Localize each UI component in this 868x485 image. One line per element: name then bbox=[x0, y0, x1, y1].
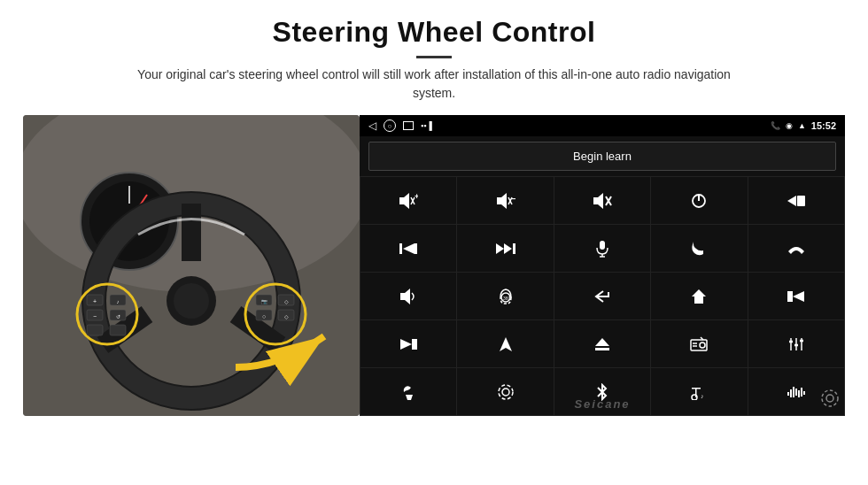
ff-skip-icon bbox=[496, 242, 515, 255]
svg-text:♪: ♪ bbox=[117, 299, 120, 304]
wifi-icon: ▲ bbox=[798, 121, 806, 130]
volume-up-button[interactable]: + bbox=[360, 177, 456, 224]
skip-back-icon bbox=[787, 289, 805, 304]
svg-rect-67 bbox=[412, 339, 415, 350]
volume-down-button[interactable]: − bbox=[457, 177, 553, 224]
home-button[interactable] bbox=[651, 273, 747, 319]
back-icon bbox=[594, 289, 610, 304]
radio-button[interactable] bbox=[651, 320, 747, 367]
steering-wheel-image: ● bbox=[23, 115, 360, 416]
svg-point-13 bbox=[174, 283, 209, 319]
begin-learn-button[interactable]: Begin learn bbox=[368, 142, 836, 171]
camera-360-icon: 360° bbox=[496, 288, 515, 305]
subtitle-text: Your original car's steering wheel contr… bbox=[124, 65, 744, 103]
music-icon: ♪ bbox=[691, 384, 707, 400]
clock-display: 15:52 bbox=[811, 120, 836, 131]
back-nav-icon[interactable]: ◁ bbox=[368, 119, 376, 132]
svg-text:−: − bbox=[93, 313, 97, 319]
phone-answer-icon bbox=[691, 241, 707, 257]
radio-icon bbox=[690, 336, 708, 352]
svg-text:○: ○ bbox=[262, 313, 266, 319]
svg-marker-53 bbox=[496, 243, 504, 254]
title-divider bbox=[416, 56, 452, 58]
status-right: 📞 ◉ ▲ 15:52 bbox=[771, 120, 836, 131]
navigate-button[interactable] bbox=[457, 320, 553, 367]
ff-skip-button[interactable] bbox=[457, 225, 553, 272]
voice-button[interactable] bbox=[360, 368, 456, 415]
svg-marker-39 bbox=[497, 193, 507, 209]
svg-point-73 bbox=[700, 343, 705, 348]
svg-rect-49 bbox=[797, 196, 805, 206]
music-button[interactable]: ♪ bbox=[651, 368, 747, 415]
svg-marker-70 bbox=[595, 338, 609, 346]
svg-marker-43 bbox=[593, 193, 603, 209]
seicane-watermark: Seicane bbox=[574, 397, 630, 411]
volume-down-icon: − bbox=[496, 193, 515, 209]
svg-point-83 bbox=[502, 389, 509, 396]
equalizer-icon bbox=[788, 337, 804, 351]
settings2-icon bbox=[498, 384, 514, 400]
navigate-icon bbox=[499, 336, 513, 352]
svg-marker-51 bbox=[403, 243, 415, 254]
voice-icon bbox=[400, 384, 416, 400]
recents-nav-icon[interactable] bbox=[403, 121, 414, 130]
eject-button[interactable] bbox=[554, 320, 650, 367]
svg-rect-52 bbox=[415, 243, 417, 254]
power-button[interactable] bbox=[651, 177, 747, 224]
controls-grid: + − bbox=[360, 176, 845, 416]
eject-icon bbox=[594, 337, 610, 351]
android-panel: ◁ ○ ▪▪▐ 📞 ◉ ▲ 15:52 Begin learn bbox=[360, 115, 845, 416]
svg-rect-55 bbox=[513, 243, 515, 254]
svg-text:◇: ◇ bbox=[284, 314, 289, 319]
svg-text:+: + bbox=[93, 298, 97, 304]
begin-learn-area: Begin learn bbox=[360, 136, 845, 176]
back-button[interactable] bbox=[554, 273, 650, 319]
svg-marker-66 bbox=[400, 339, 412, 350]
svg-rect-71 bbox=[595, 348, 609, 350]
svg-text:−: − bbox=[511, 194, 515, 204]
svg-text:↺: ↺ bbox=[116, 314, 120, 319]
status-bar: ◁ ○ ▪▪▐ 📞 ◉ ▲ 15:52 bbox=[360, 115, 845, 136]
mute-button[interactable] bbox=[554, 177, 650, 224]
phone-answer-button[interactable] bbox=[651, 225, 747, 272]
page-title: Steering Wheel Control bbox=[53, 16, 815, 49]
skip-forward-button[interactable] bbox=[360, 320, 456, 367]
svg-point-96 bbox=[826, 395, 833, 402]
home-nav-icon[interactable]: ○ bbox=[384, 119, 396, 132]
svg-rect-64 bbox=[790, 291, 793, 302]
settings2-button[interactable] bbox=[457, 368, 553, 415]
camera-360-button[interactable]: 360° bbox=[457, 273, 553, 319]
svg-rect-19 bbox=[87, 325, 103, 335]
phone-status-icon: 📞 bbox=[771, 121, 780, 130]
phone-hangup-button[interactable] bbox=[748, 225, 844, 272]
media-indicator: ▪▪▐ bbox=[421, 121, 432, 130]
svg-marker-59 bbox=[400, 289, 410, 304]
svg-point-84 bbox=[499, 385, 513, 399]
microphone-icon bbox=[596, 240, 608, 258]
phone-prev-icon bbox=[787, 195, 806, 207]
power-icon bbox=[691, 193, 707, 209]
content-area: ● bbox=[0, 115, 868, 485]
header-section: Steering Wheel Control Your original car… bbox=[0, 0, 868, 110]
equalizer-button[interactable] bbox=[748, 320, 844, 367]
svg-rect-63 bbox=[787, 291, 790, 302]
speaker-icon bbox=[399, 289, 417, 304]
waveform-icon bbox=[787, 385, 805, 399]
skip-next-icon bbox=[399, 242, 417, 256]
page: Steering Wheel Control Your original car… bbox=[0, 0, 868, 485]
microphone-button[interactable] bbox=[554, 225, 650, 272]
svg-rect-50 bbox=[399, 243, 402, 254]
svg-text:📷: 📷 bbox=[261, 298, 268, 305]
svg-marker-62 bbox=[692, 289, 706, 304]
svg-text:+: + bbox=[415, 193, 418, 201]
skip-next-button[interactable] bbox=[360, 225, 456, 272]
gear-corner-icon[interactable] bbox=[820, 389, 840, 412]
phone-prev-button[interactable] bbox=[748, 177, 844, 224]
volume-up-icon: + bbox=[399, 193, 418, 209]
svg-rect-20 bbox=[110, 325, 126, 335]
status-left: ◁ ○ ▪▪▐ bbox=[368, 119, 432, 132]
location-icon: ◉ bbox=[786, 121, 793, 130]
skip-back-button[interactable] bbox=[748, 273, 844, 319]
speaker-button[interactable] bbox=[360, 273, 456, 319]
mute-icon bbox=[593, 193, 612, 209]
